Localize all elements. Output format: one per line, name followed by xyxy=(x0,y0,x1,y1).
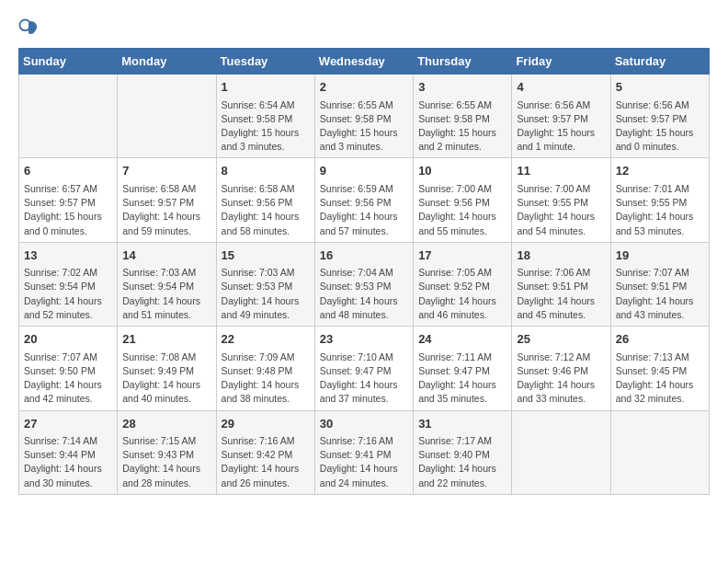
day-number: 31 xyxy=(418,415,506,433)
day-number: 16 xyxy=(320,247,408,265)
calendar-cell: 15Sunrise: 7:03 AM Sunset: 9:53 PM Dayli… xyxy=(216,242,314,326)
day-number: 7 xyxy=(122,162,210,180)
calendar-cell: 31Sunrise: 7:17 AM Sunset: 9:40 PM Dayli… xyxy=(414,410,512,494)
day-detail: Sunrise: 7:03 AM Sunset: 9:53 PM Dayligh… xyxy=(222,266,310,322)
day-detail: Sunrise: 7:16 AM Sunset: 9:42 PM Dayligh… xyxy=(222,434,310,490)
day-number: 27 xyxy=(24,415,112,433)
day-number: 11 xyxy=(517,162,605,180)
day-number: 8 xyxy=(222,162,310,180)
calendar-cell: 24Sunrise: 7:11 AM Sunset: 9:47 PM Dayli… xyxy=(414,327,512,410)
day-number: 3 xyxy=(418,78,506,97)
calendar-cell: 1Sunrise: 6:54 AM Sunset: 9:58 PM Daylig… xyxy=(216,75,314,158)
calendar-cell: 6Sunrise: 6:57 AM Sunset: 9:57 PM Daylig… xyxy=(19,158,118,242)
day-detail: Sunrise: 6:54 AM Sunset: 9:58 PM Dayligh… xyxy=(222,98,310,155)
day-number: 10 xyxy=(418,162,506,180)
day-detail: Sunrise: 6:56 AM Sunset: 9:57 PM Dayligh… xyxy=(616,98,704,155)
calendar-cell: 9Sunrise: 6:59 AM Sunset: 9:56 PM Daylig… xyxy=(314,158,413,242)
day-detail: Sunrise: 7:05 AM Sunset: 9:52 PM Dayligh… xyxy=(418,266,506,322)
day-number: 1 xyxy=(222,78,310,97)
logo xyxy=(18,18,42,39)
day-detail: Sunrise: 7:02 AM Sunset: 9:54 PM Dayligh… xyxy=(24,266,112,322)
day-number: 19 xyxy=(616,247,704,265)
day-detail: Sunrise: 7:13 AM Sunset: 9:45 PM Dayligh… xyxy=(616,350,704,407)
calendar-week-5: 27Sunrise: 7:14 AM Sunset: 9:44 PM Dayli… xyxy=(19,410,710,494)
day-number: 24 xyxy=(418,330,506,349)
day-number: 26 xyxy=(616,330,704,349)
calendar-cell xyxy=(118,75,216,158)
day-number: 17 xyxy=(418,247,506,265)
day-number: 21 xyxy=(122,330,210,349)
calendar-cell: 4Sunrise: 6:56 AM Sunset: 9:57 PM Daylig… xyxy=(512,75,610,158)
calendar-cell xyxy=(512,410,610,494)
day-detail: Sunrise: 7:04 AM Sunset: 9:53 PM Dayligh… xyxy=(320,266,408,322)
day-number: 5 xyxy=(616,78,704,97)
calendar-cell: 20Sunrise: 7:07 AM Sunset: 9:50 PM Dayli… xyxy=(19,327,118,410)
calendar-cell: 26Sunrise: 7:13 AM Sunset: 9:45 PM Dayli… xyxy=(610,327,709,410)
weekday-header-thursday: Thursday xyxy=(414,49,512,75)
day-detail: Sunrise: 7:08 AM Sunset: 9:49 PM Dayligh… xyxy=(122,350,210,407)
day-number: 22 xyxy=(222,330,310,349)
calendar-week-2: 6Sunrise: 6:57 AM Sunset: 9:57 PM Daylig… xyxy=(19,158,710,242)
weekday-header-wednesday: Wednesday xyxy=(314,49,413,75)
calendar-week-3: 13Sunrise: 7:02 AM Sunset: 9:54 PM Dayli… xyxy=(19,242,710,326)
weekday-header-tuesday: Tuesday xyxy=(216,49,314,75)
weekday-header-friday: Friday xyxy=(512,49,610,75)
calendar-cell: 10Sunrise: 7:00 AM Sunset: 9:56 PM Dayli… xyxy=(414,158,512,242)
day-detail: Sunrise: 6:56 AM Sunset: 9:57 PM Dayligh… xyxy=(517,98,605,155)
calendar-cell: 7Sunrise: 6:58 AM Sunset: 9:57 PM Daylig… xyxy=(118,158,216,242)
page-header xyxy=(18,18,710,39)
day-number: 4 xyxy=(517,78,605,97)
day-detail: Sunrise: 7:11 AM Sunset: 9:47 PM Dayligh… xyxy=(418,350,506,407)
calendar-cell: 2Sunrise: 6:55 AM Sunset: 9:58 PM Daylig… xyxy=(314,75,413,158)
day-number: 12 xyxy=(616,162,704,180)
day-detail: Sunrise: 7:03 AM Sunset: 9:54 PM Dayligh… xyxy=(122,266,210,322)
calendar-cell: 30Sunrise: 7:16 AM Sunset: 9:41 PM Dayli… xyxy=(314,410,413,494)
calendar-cell: 5Sunrise: 6:56 AM Sunset: 9:57 PM Daylig… xyxy=(610,75,709,158)
calendar-cell: 11Sunrise: 7:00 AM Sunset: 9:55 PM Dayli… xyxy=(512,158,610,242)
day-detail: Sunrise: 7:07 AM Sunset: 9:50 PM Dayligh… xyxy=(24,350,112,407)
calendar-cell: 22Sunrise: 7:09 AM Sunset: 9:48 PM Dayli… xyxy=(216,327,314,410)
day-number: 29 xyxy=(222,415,310,433)
logo-icon xyxy=(18,18,39,39)
weekday-header-sunday: Sunday xyxy=(19,49,118,75)
calendar-cell: 8Sunrise: 6:58 AM Sunset: 9:56 PM Daylig… xyxy=(216,158,314,242)
calendar-cell xyxy=(19,75,118,158)
calendar-cell: 25Sunrise: 7:12 AM Sunset: 9:46 PM Dayli… xyxy=(512,327,610,410)
weekday-header-row: SundayMondayTuesdayWednesdayThursdayFrid… xyxy=(19,49,710,75)
day-detail: Sunrise: 7:15 AM Sunset: 9:43 PM Dayligh… xyxy=(122,434,210,490)
day-number: 9 xyxy=(320,162,408,180)
day-detail: Sunrise: 7:01 AM Sunset: 9:55 PM Dayligh… xyxy=(616,182,704,238)
weekday-header-monday: Monday xyxy=(118,49,216,75)
calendar-cell: 23Sunrise: 7:10 AM Sunset: 9:47 PM Dayli… xyxy=(314,327,413,410)
calendar-cell: 3Sunrise: 6:55 AM Sunset: 9:58 PM Daylig… xyxy=(414,75,512,158)
calendar-week-4: 20Sunrise: 7:07 AM Sunset: 9:50 PM Dayli… xyxy=(19,327,710,410)
day-detail: Sunrise: 7:00 AM Sunset: 9:55 PM Dayligh… xyxy=(517,182,605,238)
day-detail: Sunrise: 6:55 AM Sunset: 9:58 PM Dayligh… xyxy=(320,98,408,155)
day-number: 15 xyxy=(222,247,310,265)
day-number: 14 xyxy=(122,247,210,265)
day-detail: Sunrise: 7:10 AM Sunset: 9:47 PM Dayligh… xyxy=(320,350,408,407)
day-detail: Sunrise: 7:14 AM Sunset: 9:44 PM Dayligh… xyxy=(24,434,112,490)
day-number: 18 xyxy=(517,247,605,265)
day-detail: Sunrise: 6:57 AM Sunset: 9:57 PM Dayligh… xyxy=(24,182,112,238)
calendar-cell: 14Sunrise: 7:03 AM Sunset: 9:54 PM Dayli… xyxy=(118,242,216,326)
day-detail: Sunrise: 6:59 AM Sunset: 9:56 PM Dayligh… xyxy=(320,182,408,238)
day-number: 28 xyxy=(122,415,210,433)
day-number: 2 xyxy=(320,78,408,97)
day-number: 23 xyxy=(320,330,408,349)
calendar-cell: 19Sunrise: 7:07 AM Sunset: 9:51 PM Dayli… xyxy=(610,242,709,326)
calendar-cell: 13Sunrise: 7:02 AM Sunset: 9:54 PM Dayli… xyxy=(19,242,118,326)
day-detail: Sunrise: 6:58 AM Sunset: 9:56 PM Dayligh… xyxy=(222,182,310,238)
day-detail: Sunrise: 6:55 AM Sunset: 9:58 PM Dayligh… xyxy=(418,98,506,155)
calendar-week-1: 1Sunrise: 6:54 AM Sunset: 9:58 PM Daylig… xyxy=(19,75,710,158)
weekday-header-saturday: Saturday xyxy=(610,49,709,75)
calendar-cell: 17Sunrise: 7:05 AM Sunset: 9:52 PM Dayli… xyxy=(414,242,512,326)
day-number: 13 xyxy=(24,247,112,265)
day-detail: Sunrise: 7:17 AM Sunset: 9:40 PM Dayligh… xyxy=(418,434,506,490)
calendar-cell: 16Sunrise: 7:04 AM Sunset: 9:53 PM Dayli… xyxy=(314,242,413,326)
day-detail: Sunrise: 7:07 AM Sunset: 9:51 PM Dayligh… xyxy=(616,266,704,322)
day-detail: Sunrise: 7:12 AM Sunset: 9:46 PM Dayligh… xyxy=(517,350,605,407)
calendar-cell: 27Sunrise: 7:14 AM Sunset: 9:44 PM Dayli… xyxy=(19,410,118,494)
calendar-cell: 21Sunrise: 7:08 AM Sunset: 9:49 PM Dayli… xyxy=(118,327,216,410)
calendar-cell: 12Sunrise: 7:01 AM Sunset: 9:55 PM Dayli… xyxy=(610,158,709,242)
